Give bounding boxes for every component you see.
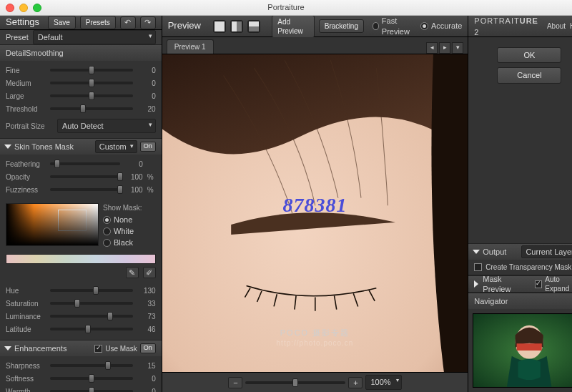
large-slider[interactable] [50,94,133,97]
redo-button[interactable]: ↷ [140,16,156,29]
fast-preview-radio[interactable]: Fast Preview [373,21,416,32]
poco-watermark: POCO 摄影专题 http://photo.poco.cn [162,325,468,348]
hue-slider[interactable] [50,289,133,292]
preview-canvas[interactable]: 878381 POCO 摄影专题 http://photo.poco.cn [162,54,468,372]
settings-panel: Settings Save Presets ↶ ↷ Preset Default… [0,16,162,392]
eyedropper-minus-button[interactable]: ✐ [143,267,156,278]
output-layer-select[interactable]: Current Layer [521,245,572,258]
navigator-header[interactable]: Navigator [468,293,572,309]
disclosure-icon [474,280,478,288]
eyedropper-minus-icon: ✐ [146,268,152,278]
portrait-size-select[interactable]: Auto Detect [57,119,156,133]
view-split-v-button[interactable] [247,20,260,33]
feathering-slider[interactable] [50,162,120,165]
saturation-slider[interactable] [50,302,133,305]
opacity-slider[interactable] [50,175,120,178]
tab-next-button[interactable]: ▸ [439,42,450,54]
watermark-text: 878381 [282,194,347,217]
undo-icon: ↶ [124,17,131,27]
bracketing-button[interactable]: Bracketing [319,19,364,33]
presets-button[interactable]: Presets [80,16,116,29]
cancel-button[interactable]: Cancel [497,67,561,83]
right-panel: PORTRAITURE 2 About Help OK Cancel Outpu… [468,16,572,392]
color-selection-box [58,210,87,231]
settings-title: Settings [6,16,39,29]
sharpness-slider[interactable] [50,364,133,367]
svg-rect-3 [517,343,542,351]
view-split-v-icon [248,21,260,32]
mask-preview-header[interactable]: Mask Preview Auto Expand [468,276,572,292]
ok-button[interactable]: OK [497,47,561,63]
mask-black-radio[interactable]: Black [103,237,156,248]
zoom-select[interactable]: 100% [365,375,401,389]
tab-menu-button[interactable]: ▾ [452,42,463,54]
window-title: Portraiture [0,2,572,12]
fine-slider[interactable] [50,69,133,72]
preview-title: Preview [168,20,201,32]
transparency-mask-label: Create Transparency Mask [485,263,571,272]
auto-expand-checkbox[interactable] [535,280,543,288]
transparency-mask-checkbox[interactable] [474,263,482,271]
latitude-slider[interactable] [50,328,133,330]
zoom-out-button[interactable]: − [228,377,242,388]
detail-smoothing-header[interactable]: DetailSmoothing [0,45,162,61]
hue-bar[interactable] [6,254,156,264]
eyedropper-button[interactable]: ✎ [126,267,139,278]
preview-tab[interactable]: Preview 1 [167,39,214,54]
preview-panel: Preview Add Preview Bracketing Fast Prev… [162,16,469,392]
enh-on-toggle[interactable]: On [140,343,156,353]
view-single-button[interactable] [213,20,226,33]
skin-mode-select[interactable]: Custom [95,140,137,153]
mask-white-radio[interactable]: White [103,225,156,237]
preset-label: Preset [6,32,29,42]
view-split-h-button[interactable] [230,20,243,33]
view-split-h-icon [231,21,242,32]
zoom-in-button[interactable]: + [348,377,363,388]
navigator-image [473,314,572,387]
save-button[interactable]: Save [48,16,76,29]
add-preview-button[interactable]: Add Preview [272,15,315,38]
fuzziness-slider[interactable] [50,188,120,191]
use-mask-checkbox[interactable] [94,345,102,353]
zoom-slider[interactable] [245,381,345,384]
softness-slider[interactable] [50,377,133,380]
threshold-slider[interactable] [50,107,133,110]
output-header[interactable]: Output Current Layer [468,244,572,260]
window-titlebar: Portraiture [0,0,572,16]
luminance-slider[interactable] [50,315,133,318]
disclosure-icon [473,250,480,254]
navigator-thumbnail[interactable] [473,313,572,388]
about-link[interactable]: About [547,21,566,31]
disclosure-icon [4,346,11,351]
brand-title: PORTRAITURE 2 [474,15,538,38]
undo-button[interactable]: ↶ [120,16,136,29]
show-mask-label: Show Mask: [103,203,156,212]
enhancements-header[interactable]: Enhancements Use Mask On [0,340,162,356]
eyedropper-icon: ✎ [129,268,135,278]
mask-none-radio[interactable]: None [103,214,156,225]
tab-prev-button[interactable]: ◂ [426,42,438,54]
disclosure-icon [4,144,11,149]
view-single-icon [214,21,225,32]
skin-tones-header[interactable]: Skin Tones Mask Custom On [0,139,162,155]
medium-slider[interactable] [50,82,133,84]
preset-select[interactable]: Default [33,30,156,44]
skin-on-toggle[interactable]: On [140,142,156,152]
color-picker[interactable] [6,203,99,246]
redo-icon: ↷ [144,17,151,27]
accurate-radio[interactable]: Accurate [420,21,462,32]
